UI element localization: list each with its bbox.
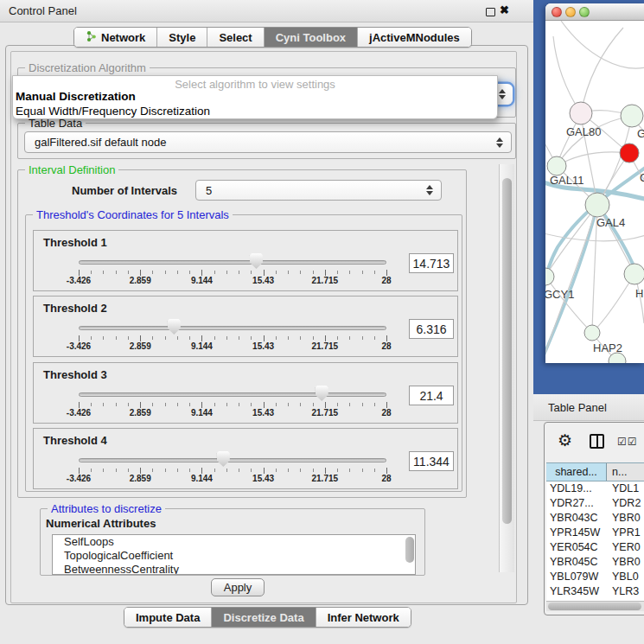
network-edge[interactable] [581,28,623,113]
num-intervals-value: 5 [206,184,212,197]
network-node[interactable] [621,105,643,127]
network-node[interactable] [585,193,609,217]
table-row[interactable]: YLR345WYLR3 [546,584,644,599]
threshold-value-field[interactable]: 21.4 [409,386,454,405]
tick-label: 21.715 [312,474,339,483]
tab-select[interactable]: Select [207,28,264,47]
gear-icon[interactable]: ⚙ [558,430,572,450]
slider-ticks [79,468,387,475]
tab-infer-network[interactable]: Infer Network [316,608,411,627]
tick-label: 28 [381,408,391,418]
network-node[interactable] [620,143,639,163]
table-row[interactable]: YBR043CYBR0 [546,511,644,526]
threshold-panel: Threshold 1-3.4262.8599.14415.4321.71528… [33,230,458,291]
network-node[interactable] [624,264,644,284]
table-h-scrollbar[interactable] [546,601,644,611]
tab-label: Network [101,31,145,44]
table-data-value: galFiltered.sif default node [35,136,166,149]
network-window-titlebar[interactable] [545,3,644,21]
slider-track[interactable] [79,326,386,330]
checkbox-icons[interactable]: ☑☑ [617,436,638,448]
slider-handle[interactable] [250,253,263,269]
network-edge[interactable] [545,277,592,333]
table-cell: YDR27... [546,496,607,511]
network-canvas[interactable]: GAL80GACGAL11GAL4GCY1HHAP2 [545,21,644,363]
table-cell: YPR145W [546,526,607,540]
tick-label: 2.859 [130,276,151,285]
attribute-list-item[interactable]: BetweennessCentrality [53,563,415,575]
tick-label: 9.144 [191,341,213,351]
tab-style[interactable]: Style [157,28,207,47]
attribute-list-item[interactable]: SelfLoops [53,535,415,549]
network-node-label: C [640,171,644,184]
table-row[interactable]: YBR045CYBR0 [546,555,644,570]
tick-label: 9.144 [191,474,213,483]
zoom-window-icon[interactable] [579,7,590,17]
slider-track[interactable] [79,260,386,265]
network-node[interactable] [547,156,566,175]
slider-track[interactable] [79,392,386,397]
network-edge[interactable] [592,274,634,333]
apply-button[interactable]: Apply [211,578,265,596]
threshold-value-field[interactable]: 14.713 [409,253,454,273]
columns-icon[interactable] [590,434,604,449]
slider-handle[interactable] [316,386,328,401]
close-icon[interactable]: ✖ [500,3,509,16]
network-node-label: GCY1 [545,288,574,301]
network-node[interactable] [545,268,554,285]
table-row[interactable]: YDL19...YDL1 [546,481,644,496]
table-cell: YLR345W [546,584,607,599]
slider-handle[interactable] [168,319,181,335]
main-scrollbar[interactable] [499,164,514,572]
stepper-arrows-icon [426,185,433,195]
float-window-icon[interactable] [486,8,495,16]
tick-label: 28 [381,341,391,351]
bottom-tab-bar: Impute DataDiscretize DataInfer Network [124,607,411,628]
table-data-combobox[interactable]: galFiltered.sif default node [24,131,512,153]
tab-impute-data[interactable]: Impute Data [124,608,212,627]
column-header-name[interactable]: n... [607,463,644,481]
tick-label: 9.144 [191,276,213,285]
table-row[interactable]: YER054CYER0 [546,540,644,555]
stepper-arrows-icon [496,137,503,148]
tab-label: Impute Data [136,611,200,624]
tab-jactivemnodules[interactable]: jActiveMNodules [358,28,471,47]
table-toolbar: ⚙ ☑☑ [545,423,644,462]
network-edge[interactable] [561,21,644,68]
column-header-shared-name[interactable]: shared... [546,463,607,481]
network-node[interactable] [584,325,600,341]
threshold-value-field[interactable]: 6.316 [409,319,454,339]
table-row[interactable]: YBL079WYBL0 [546,570,644,584]
algorithm-dropdown-popup: Select algorithm to view settings Manual… [12,75,498,119]
table-row[interactable]: YPR145WYPR1 [546,526,644,540]
tab-cyni-toolbox[interactable]: Cyni Toolbox [265,28,358,47]
attribute-list-item[interactable]: TopologicalCoefficient [53,549,415,563]
popup-item[interactable]: Equal Width/Frequency Discretization [16,105,210,118]
slider-handle[interactable] [217,451,230,467]
tick-label: 15.43 [252,276,274,285]
numerical-attributes-label: Numerical Attributes [46,517,156,530]
tab-network[interactable]: Network [74,28,157,47]
table-cell: YBR043C [546,511,607,526]
network-edge[interactable] [553,36,581,113]
network-node[interactable] [570,102,592,124]
network-edge[interactable] [545,233,644,241]
main-scrollbar-thumb[interactable] [502,178,512,524]
threshold-value-field[interactable]: 11.344 [409,451,454,471]
table-cell: YDL19... [546,481,607,496]
close-window-icon[interactable] [552,7,562,17]
num-intervals-combobox[interactable]: 5 [195,180,442,201]
node-table: shared... n... YDL19...YDL1YDR27...YDR2Y… [546,462,644,601]
tick-label: 28 [381,474,391,483]
tick-label: -3.426 [67,408,91,418]
popup-item[interactable]: Manual Discretization [16,90,136,103]
table-h-scrollbar-thumb[interactable] [548,603,641,610]
tab-discretize-data[interactable]: Discretize Data [212,608,316,627]
minimize-window-icon[interactable] [565,7,576,17]
list-scrollbar[interactable] [405,537,414,563]
network-node-label: GAL4 [596,216,625,229]
tab-label: Discretize Data [223,611,303,624]
slider-track[interactable] [79,458,386,462]
tick-label: -3.426 [67,474,91,483]
table-row[interactable]: YDR27...YDR2 [546,496,644,511]
